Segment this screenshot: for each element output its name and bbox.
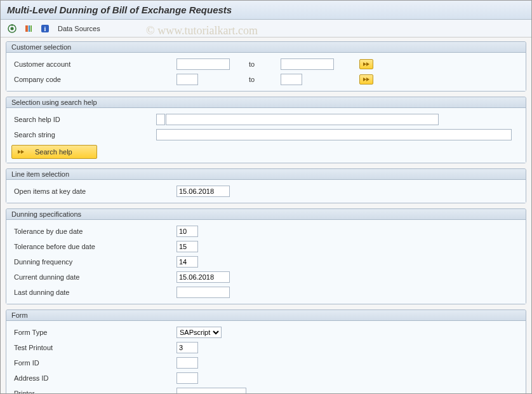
address-id-input[interactable] — [176, 372, 198, 384]
customer-account-label: Customer account — [11, 60, 176, 68]
printer-input[interactable] — [176, 388, 246, 394]
tol-due-input[interactable] — [176, 226, 198, 237]
tol-due-label: Tolerance by due date — [11, 228, 176, 235]
group-form: Form Form Type SAPscript Test Printout F… — [6, 309, 526, 394]
multi-select-icon[interactable] — [359, 59, 373, 69]
execute-icon[interactable] — [6, 22, 18, 35]
form-type-select[interactable]: SAPscript — [176, 327, 222, 338]
test-printout-label: Test Printout — [11, 344, 176, 351]
variant-icon[interactable] — [22, 22, 35, 35]
open-items-label: Open items at key date — [11, 187, 176, 195]
group-header: Line item selection — [6, 169, 526, 180]
customer-account-from[interactable] — [176, 58, 230, 70]
group-customer-selection: Customer selection Customer account to C… — [6, 41, 526, 92]
printer-label: Printer — [11, 390, 176, 394]
arrow-right-icon — [17, 149, 25, 154]
search-string-label: Search string — [11, 131, 156, 139]
group-header: Selection using search help — [6, 97, 526, 108]
svg-rect-4 — [30, 25, 32, 32]
search-help-button-label: Search help — [35, 148, 72, 156]
tol-before-label: Tolerance before due date — [11, 243, 176, 250]
to-label: to — [230, 76, 281, 83]
current-dunning-input[interactable] — [176, 271, 230, 283]
form-id-input[interactable] — [176, 357, 198, 369]
search-help-id-desc — [166, 114, 439, 125]
svg-point-1 — [11, 27, 14, 30]
company-code-from[interactable] — [176, 74, 198, 85]
freq-label: Dunning frequency — [11, 258, 176, 266]
multi-select-icon[interactable] — [359, 74, 373, 85]
last-dunning-label: Last dunning date — [11, 289, 176, 296]
customer-account-to[interactable] — [281, 58, 334, 70]
group-header: Customer selection — [6, 42, 526, 53]
last-dunning-input[interactable] — [176, 287, 230, 298]
freq-input[interactable] — [176, 256, 198, 268]
test-printout-input[interactable] — [176, 342, 198, 353]
company-code-to[interactable] — [281, 74, 302, 85]
search-help-id-code[interactable] — [156, 114, 165, 125]
form-type-label: Form Type — [11, 329, 176, 336]
group-header: Dunning specifications — [6, 209, 526, 220]
svg-rect-3 — [29, 25, 30, 32]
page-title: Multi-Level Dunning of Bill of Exchange … — [1, 1, 531, 20]
info-icon[interactable]: i — [39, 22, 51, 35]
address-id-label: Address ID — [11, 374, 176, 382]
svg-rect-2 — [25, 25, 28, 32]
group-header: Form — [6, 310, 526, 321]
svg-text:i: i — [44, 25, 46, 32]
current-dunning-label: Current dunning date — [11, 273, 176, 281]
open-items-date[interactable] — [176, 186, 230, 197]
search-help-button[interactable]: Search help — [11, 145, 97, 159]
form-id-label: Form ID — [11, 359, 176, 367]
tol-before-input[interactable] — [176, 241, 198, 252]
search-help-id-label: Search help ID — [11, 116, 156, 123]
toolbar: i Data Sources — [1, 20, 531, 37]
to-label: to — [230, 60, 281, 68]
search-string-input[interactable] — [156, 129, 512, 140]
group-dunning: Dunning specifications Tolerance by due … — [6, 208, 526, 304]
company-code-label: Company code — [11, 76, 176, 83]
group-line-item: Line item selection Open items at key da… — [6, 168, 526, 203]
group-search-help: Selection using search help Search help … — [6, 97, 526, 163]
data-sources-label[interactable]: Data Sources — [58, 25, 100, 32]
